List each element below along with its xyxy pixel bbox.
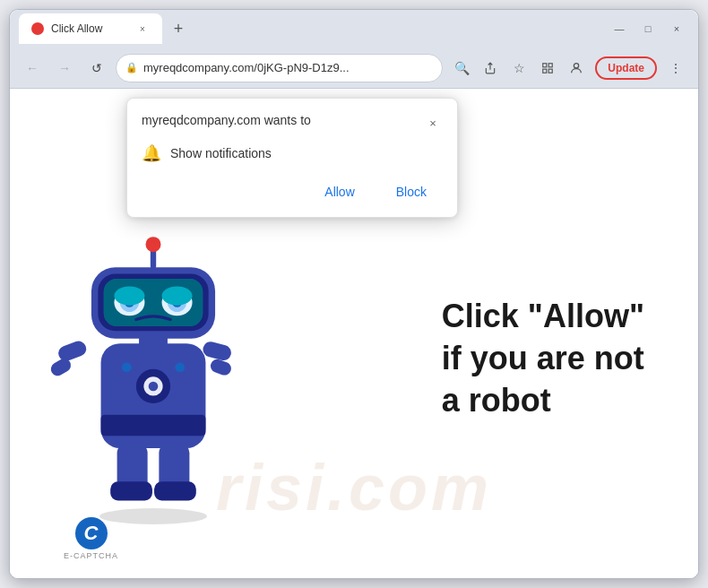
share-icon-btn[interactable]: [477, 55, 504, 82]
page-content: risi.com: [10, 89, 698, 578]
svg-rect-3: [548, 69, 552, 73]
address-bar[interactable]: 🔒 myreqdcompany.com/0jKG-pN9-D1z9...: [116, 54, 443, 82]
svg-point-32: [146, 237, 161, 252]
tab-favicon: [31, 22, 44, 35]
popup-close-button[interactable]: ×: [423, 113, 443, 133]
maximize-button[interactable]: □: [635, 16, 661, 41]
menu-button[interactable]: ⋮: [662, 55, 689, 82]
tab-close-button[interactable]: ×: [135, 22, 150, 36]
svg-rect-10: [101, 415, 206, 436]
url-text: myreqdcompany.com/0jKG-pN9-D1z9...: [143, 61, 433, 74]
captcha-label: E-CAPTCHA: [64, 551, 118, 560]
popup-notification-row: 🔔 Show notifications: [142, 142, 443, 165]
svg-rect-7: [202, 340, 233, 362]
extensions-icon-btn[interactable]: [534, 55, 561, 82]
browser-window: Click Allow × + — □ × ← → ↺ 🔒 myreqdcomp…: [9, 9, 699, 579]
svg-point-14: [122, 362, 132, 372]
search-icon-btn[interactable]: 🔍: [448, 55, 475, 82]
close-button[interactable]: ×: [664, 16, 689, 41]
reload-button[interactable]: ↺: [83, 55, 110, 82]
svg-rect-0: [543, 63, 547, 66]
new-tab-button[interactable]: +: [166, 16, 191, 41]
popup-header: myreqdcompany.com wants to ×: [142, 113, 443, 133]
lock-icon: 🔒: [125, 62, 138, 74]
svg-rect-36: [154, 481, 196, 500]
tab-bar: Click Allow × +: [19, 13, 600, 44]
permission-popup: myreqdcompany.com wants to × 🔔 Show noti…: [126, 98, 458, 218]
main-text: Click "Allow" if you are not a robot: [442, 296, 644, 421]
popup-buttons: Allow Block: [142, 179, 443, 204]
captcha-logo: C E-CAPTCHA: [64, 517, 118, 560]
allow-button[interactable]: Allow: [308, 179, 370, 204]
forward-button[interactable]: →: [51, 55, 78, 82]
main-text-line1: Click "Allow": [442, 296, 644, 338]
window-controls: — □ ×: [607, 16, 689, 41]
svg-point-4: [574, 63, 579, 67]
toolbar-icons: 🔍 ☆: [448, 55, 590, 82]
update-button[interactable]: Update: [595, 56, 657, 80]
main-text-line3: a robot: [442, 379, 644, 421]
back-button[interactable]: ←: [19, 55, 46, 82]
captcha-icon: C: [75, 517, 108, 549]
profile-icon-btn[interactable]: [563, 55, 590, 82]
main-text-line2: if you are not: [442, 338, 644, 380]
bell-icon: 🔔: [142, 143, 161, 163]
popup-title: myreqdcompany.com wants to: [142, 113, 311, 127]
tab-title: Click Allow: [51, 22, 128, 35]
svg-rect-35: [110, 481, 152, 500]
active-tab[interactable]: Click Allow ×: [19, 13, 162, 44]
title-bar: Click Allow × + — □ ×: [10, 10, 698, 48]
minimize-button[interactable]: —: [607, 16, 632, 41]
bookmark-icon-btn[interactable]: ☆: [505, 55, 532, 82]
svg-point-13: [149, 382, 159, 392]
svg-point-15: [175, 362, 185, 372]
block-button[interactable]: Block: [380, 179, 443, 204]
svg-rect-8: [209, 358, 233, 377]
notification-label: Show notifications: [170, 146, 272, 160]
robot-illustration: [37, 220, 270, 524]
toolbar: ← → ↺ 🔒 myreqdcompany.com/0jKG-pN9-D1z9.…: [10, 48, 698, 89]
svg-rect-1: [548, 63, 552, 66]
svg-point-30: [162, 286, 193, 305]
svg-point-29: [114, 286, 144, 305]
svg-rect-2: [543, 69, 547, 73]
